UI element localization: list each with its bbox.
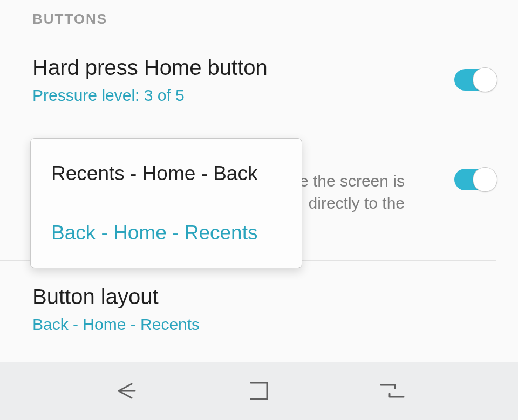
item-subtitle: Back - Home - Recents	[32, 315, 405, 334]
unlock-toggle[interactable]	[454, 169, 496, 190]
popup-option-recents-home-back[interactable]: Recents - Home - Back	[31, 144, 302, 203]
home-square-icon	[247, 378, 271, 403]
desc-frag-2: directly to the	[309, 194, 405, 212]
toggle-wrap-2	[454, 169, 496, 190]
software-nav-bar	[0, 362, 518, 420]
recents-icon	[378, 380, 407, 402]
section-title: BUTTONS	[32, 11, 107, 27]
nav-recents-button[interactable]	[376, 375, 408, 407]
desc-frag-1: e the screen is	[299, 172, 405, 190]
toggle-knob	[473, 167, 497, 192]
nav-home-button[interactable]	[243, 375, 275, 407]
popup-option-back-home-recents[interactable]: Back - Home - Recents	[31, 203, 302, 263]
vertical-divider	[439, 58, 439, 101]
section-header-buttons: BUTTONS	[0, 0, 518, 32]
toggle-wrap	[439, 58, 496, 101]
section-rule	[116, 19, 496, 19]
item-hard-press-home[interactable]: Hard press Home button Pressure level: 3…	[0, 32, 496, 128]
toggle-knob	[473, 67, 497, 92]
item-subtitle: Pressure level: 3 of 5	[32, 86, 405, 105]
hard-press-toggle[interactable]	[454, 69, 496, 91]
nav-back-button[interactable]	[110, 375, 142, 407]
item-button-layout[interactable]: Button layout Back - Home - Recents	[0, 261, 496, 357]
layout-popup: Recents - Home - Back Back - Home - Rece…	[30, 138, 302, 268]
back-arrow-icon	[112, 377, 139, 404]
item-title: Hard press Home button	[32, 54, 405, 80]
item-title: Button layout	[32, 284, 405, 309]
item-desc-fragment: e the screen is directly to the	[299, 170, 405, 214]
